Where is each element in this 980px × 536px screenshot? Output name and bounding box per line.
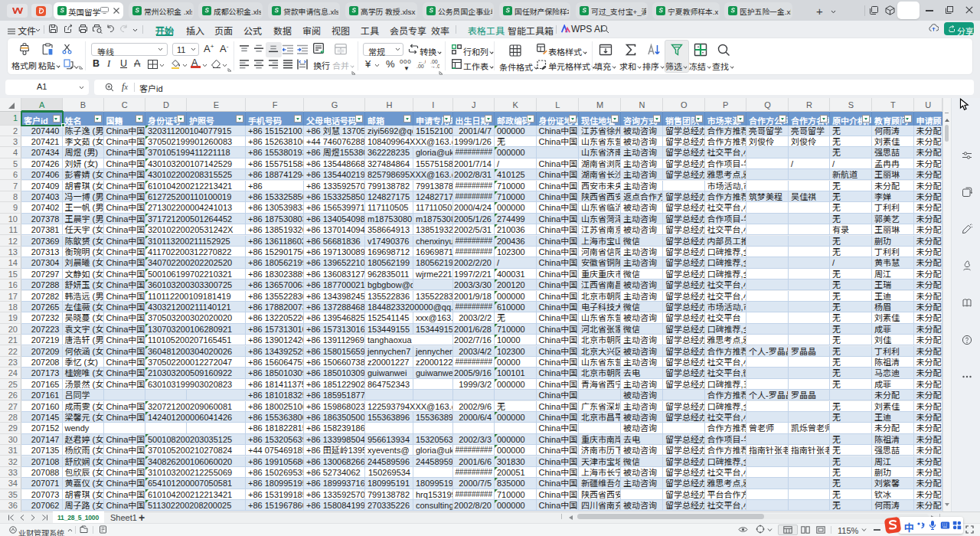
svg-text:.00: .00 — [416, 64, 424, 69]
svg-text:→.0: →.0 — [430, 64, 439, 69]
